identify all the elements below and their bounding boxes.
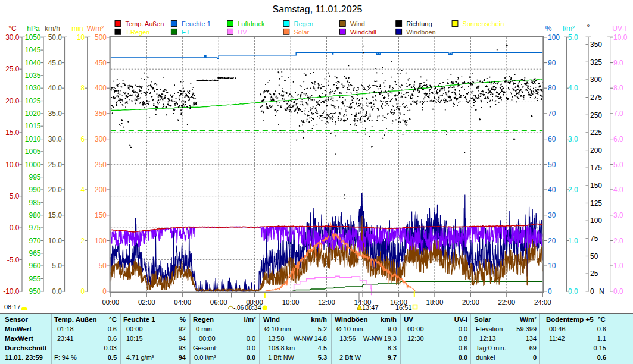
svg-text:Sensor: Sensor xyxy=(5,316,29,323)
svg-text:15.0: 15.0 xyxy=(5,128,20,137)
svg-text:Solar: Solar xyxy=(474,316,491,323)
svg-text:9.7: 9.7 xyxy=(388,354,397,361)
svg-text:1005: 1005 xyxy=(25,148,41,156)
svg-text:0: 0 xyxy=(533,354,537,361)
svg-text:Wind: Wind xyxy=(350,20,365,27)
svg-text:1040: 1040 xyxy=(25,59,41,67)
svg-text:1010: 1010 xyxy=(25,135,41,143)
svg-text:100: 100 xyxy=(590,216,602,225)
svg-text:400: 400 xyxy=(95,84,107,92)
svg-text:0.0: 0.0 xyxy=(459,325,467,332)
svg-text:325: 325 xyxy=(590,58,602,67)
svg-text:Solar: Solar xyxy=(294,29,310,36)
svg-text:1025: 1025 xyxy=(25,97,41,105)
svg-text:1020: 1020 xyxy=(25,109,41,118)
svg-text:Ø 10 min.: Ø 10 min. xyxy=(264,325,293,332)
svg-text:l/m²: l/m² xyxy=(563,24,575,33)
svg-text:0.0 l/m²: 0.0 l/m² xyxy=(194,354,216,361)
svg-text:00:46: 00:46 xyxy=(549,325,566,332)
svg-text:9.0: 9.0 xyxy=(388,325,397,332)
svg-text:10.0: 10.0 xyxy=(613,33,628,42)
svg-text:0.0: 0.0 xyxy=(247,344,255,352)
svg-text:km/h: km/h xyxy=(311,316,327,323)
svg-text:5.0: 5.0 xyxy=(52,262,62,270)
svg-text:275: 275 xyxy=(590,93,602,102)
svg-text:Luftdruck: Luftdruck xyxy=(238,20,265,27)
svg-text:19.3: 19.3 xyxy=(384,335,397,342)
svg-text:10: 10 xyxy=(77,33,85,42)
svg-text:23:41: 23:41 xyxy=(57,335,74,342)
svg-text:20.0: 20.0 xyxy=(48,186,63,194)
svg-text:0: 0 xyxy=(590,287,594,296)
svg-text:200: 200 xyxy=(590,146,602,155)
svg-text:0.6: 0.6 xyxy=(597,354,606,361)
svg-text:T.Regen: T.Regen xyxy=(126,29,150,36)
svg-text:960: 960 xyxy=(29,262,40,270)
svg-text:225: 225 xyxy=(590,128,602,137)
svg-text:450: 450 xyxy=(95,59,107,67)
svg-text:02:00: 02:00 xyxy=(138,299,155,306)
svg-text:90: 90 xyxy=(548,59,556,67)
svg-text:°C: °C xyxy=(109,316,117,323)
svg-text:0.5: 0.5 xyxy=(108,354,117,361)
svg-text:0.0: 0.0 xyxy=(568,287,578,296)
svg-text:175: 175 xyxy=(590,164,602,172)
svg-text:W-NW: W-NW xyxy=(363,335,383,342)
svg-text:Ø 10 min.: Ø 10 min. xyxy=(336,325,365,332)
svg-text:-5.0: -5.0 xyxy=(7,256,20,264)
svg-text:30.0: 30.0 xyxy=(5,33,20,42)
svg-text:Feuchte 1: Feuchte 1 xyxy=(182,20,211,27)
svg-text:125: 125 xyxy=(590,199,602,208)
svg-text:0.0: 0.0 xyxy=(247,354,255,361)
svg-text:10: 10 xyxy=(548,262,556,270)
svg-text:2: 2 xyxy=(81,237,85,245)
svg-text:-.06: -.06 xyxy=(233,305,244,311)
svg-text:300: 300 xyxy=(95,135,107,143)
svg-text:12:30: 12:30 xyxy=(407,335,424,342)
svg-text:Samstag, 11.01.2025: Samstag, 11.01.2025 xyxy=(273,4,363,14)
svg-text:134: 134 xyxy=(526,335,537,342)
svg-text:Temp. Außen: Temp. Außen xyxy=(126,20,164,27)
svg-text:14.8: 14.8 xyxy=(314,335,327,342)
svg-text:1030: 1030 xyxy=(25,84,41,92)
svg-text:94: 94 xyxy=(179,335,186,342)
svg-text:°: ° xyxy=(587,23,590,32)
svg-text:UV-I: UV-I xyxy=(454,316,467,323)
svg-text:W/m²: W/m² xyxy=(520,316,537,323)
svg-text:8.3: 8.3 xyxy=(388,344,397,352)
svg-text:4.0: 4.0 xyxy=(613,186,623,194)
svg-text:30.0: 30.0 xyxy=(48,135,63,143)
svg-text:13:56: 13:56 xyxy=(339,335,356,342)
svg-text:250: 250 xyxy=(95,161,107,169)
svg-text:7.0: 7.0 xyxy=(613,109,623,118)
svg-text:hPa: hPa xyxy=(27,24,40,33)
svg-text:100: 100 xyxy=(548,33,560,42)
svg-text:3.0: 3.0 xyxy=(613,211,623,219)
svg-text:950: 950 xyxy=(29,287,40,296)
svg-text:0.0: 0.0 xyxy=(247,335,255,342)
svg-text:4.0: 4.0 xyxy=(568,84,578,92)
svg-text:985: 985 xyxy=(29,199,40,207)
svg-text:0: 0 xyxy=(81,287,85,296)
svg-text:04:00: 04:00 xyxy=(174,299,191,306)
svg-text:5.0: 5.0 xyxy=(613,161,623,169)
svg-text:ET: ET xyxy=(182,29,190,36)
svg-text:0.8: 0.8 xyxy=(459,335,467,342)
svg-text:25.0: 25.0 xyxy=(48,161,63,169)
svg-text:5.0: 5.0 xyxy=(10,192,20,200)
svg-text:Tag:0 min.: Tag:0 min. xyxy=(476,344,506,352)
svg-text:UV: UV xyxy=(238,29,247,36)
svg-text:00:00: 00:00 xyxy=(199,335,216,342)
svg-text:5.3: 5.3 xyxy=(318,354,327,361)
svg-text:60: 60 xyxy=(548,135,556,143)
svg-text:1.0: 1.0 xyxy=(568,237,578,245)
svg-text:0.0: 0.0 xyxy=(613,287,623,296)
svg-text:2.0: 2.0 xyxy=(613,237,623,245)
svg-text:MinWert: MinWert xyxy=(5,325,32,332)
svg-text:350: 350 xyxy=(95,109,107,118)
svg-text:dunkel: dunkel xyxy=(476,354,495,361)
svg-text:-0.6: -0.6 xyxy=(595,325,606,332)
svg-text:0.0: 0.0 xyxy=(10,224,20,232)
svg-text:150: 150 xyxy=(95,211,107,219)
svg-text:UV-I: UV-I xyxy=(612,24,626,33)
